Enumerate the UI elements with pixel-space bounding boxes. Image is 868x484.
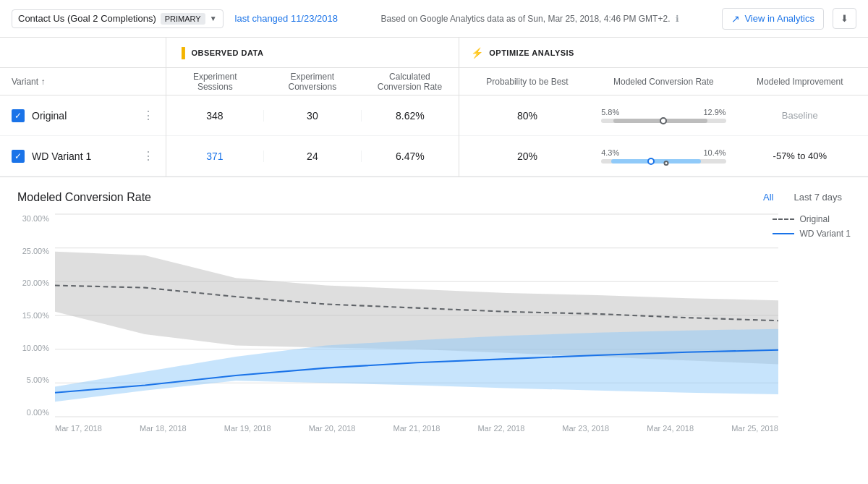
view-analytics-button[interactable]: ↗ View in Analytics xyxy=(722,8,824,30)
table-row: 80% 5.8% 12.9% Baselin xyxy=(459,95,868,136)
prob-best-header: Probability to be Best xyxy=(459,68,595,95)
x-label-7: Mar 24, 2018 xyxy=(647,424,694,433)
chart-plot-area xyxy=(55,214,778,417)
x-label-2: Mar 19, 2018 xyxy=(224,424,271,433)
legend-variant: WD Variant 1 xyxy=(773,229,851,239)
goal-selector[interactable]: Contact Us (Goal 2 Completions) PRIMARY … xyxy=(12,9,224,28)
y-label-25: 25.00% xyxy=(17,247,55,255)
optimize-analysis-column: ⚡ OPTIMIZE ANALYSIS Probability to be Be… xyxy=(459,38,868,177)
range-dot-wd xyxy=(647,158,655,165)
x-label-0: Mar 17, 2018 xyxy=(55,424,102,433)
download-button[interactable]: ⬇ xyxy=(833,8,856,29)
all-time-button[interactable]: All xyxy=(754,189,782,205)
optimize-cells-wd: 20% 4.3% 10.4% xyxy=(459,148,868,164)
optimize-col-headers: Probability to be Best Modeled Conversio… xyxy=(459,68,868,95)
x-label-5: Mar 22, 2018 xyxy=(477,424,524,433)
prob-best-original: 80% xyxy=(459,108,595,123)
bar-chart-icon: ▐ xyxy=(178,47,185,59)
primary-badge: PRIMARY xyxy=(161,13,205,25)
chevron-down-icon: ▼ xyxy=(210,14,217,22)
chart-legend: Original WD Variant 1 xyxy=(773,214,851,239)
y-label-15: 15.00% xyxy=(17,311,55,320)
modeled-improvement-header: Modeled Improvement xyxy=(732,68,868,95)
chart-container: Original WD Variant 1 0.00% 5.00% 10.00%… xyxy=(17,214,851,438)
y-label-30: 30.00% xyxy=(17,214,55,223)
x-label-1: Mar 18, 2018 xyxy=(140,424,187,433)
x-label-8: Mar 25, 2018 xyxy=(731,424,778,433)
sessions-original: 348 xyxy=(166,110,264,122)
header-bar: Contact Us (Goal 2 Completions) PRIMARY … xyxy=(0,0,868,38)
last-changed-text: last changed 11/23/2018 xyxy=(235,13,338,24)
sessions-wd: 371 xyxy=(166,150,264,162)
variant-name-wd: WD Variant 1 xyxy=(32,150,135,162)
y-label-0: 0.00% xyxy=(17,408,55,417)
x-label-3: Mar 20, 2018 xyxy=(309,424,356,433)
observed-data-column: ▐ OBSERVED DATA Experiment Sessions Expe… xyxy=(166,38,459,177)
optimize-cells-original: 80% 5.8% 12.9% Baselin xyxy=(459,108,868,123)
x-axis-labels: Mar 17, 2018 Mar 18, 2018 Mar 19, 2018 M… xyxy=(55,418,778,438)
y-label-5: 5.00% xyxy=(17,375,55,384)
more-options-icon-wd[interactable]: ⋮ xyxy=(142,149,154,163)
checkbox-wd[interactable]: ✓ xyxy=(12,150,25,163)
y-axis-labels: 0.00% 5.00% 10.00% 15.00% 20.00% 25.00% … xyxy=(17,214,55,417)
observed-col-headers: Experiment Sessions Experiment Conversio… xyxy=(166,68,459,95)
chart-header: Modeled Conversion Rate All Last 7 days xyxy=(17,189,851,205)
external-link-icon: ↗ xyxy=(731,13,740,25)
modeled-improvement-wd: -57% to 40% xyxy=(732,148,868,164)
variant-col-header: Variant ↑ xyxy=(0,68,56,95)
time-range-buttons: All Last 7 days xyxy=(754,189,851,205)
exp-conversions-header: Experiment Conversions xyxy=(264,68,362,95)
variant-col-header-row: Variant ↑ xyxy=(0,68,166,95)
prob-best-wd: 20% xyxy=(459,148,595,164)
range-dot-wd-2 xyxy=(663,161,668,166)
range-dot-original xyxy=(660,117,667,124)
y-label-20: 20.00% xyxy=(17,279,55,287)
variant-cell-wd: ✓ WD Variant 1 ⋮ xyxy=(0,149,166,163)
modeled-improvement-original: Baseline xyxy=(732,108,868,123)
conversions-wd: 24 xyxy=(264,150,362,162)
modeled-rate-original: 5.8% 12.9% xyxy=(595,108,731,123)
variants-spacer-header xyxy=(0,38,166,68)
table-row: ✓ Original ⋮ xyxy=(0,95,166,136)
download-icon: ⬇ xyxy=(841,13,848,24)
chart-section: Modeled Conversion Rate All Last 7 days … xyxy=(0,177,868,444)
observed-header: ▐ OBSERVED DATA xyxy=(166,38,459,68)
chart-title: Modeled Conversion Rate xyxy=(17,191,151,204)
x-label-4: Mar 21, 2018 xyxy=(393,424,441,433)
more-options-icon-original[interactable]: ⋮ xyxy=(142,109,154,122)
table-row: 371 24 6.47% xyxy=(166,136,459,177)
table-row: 348 30 8.62% xyxy=(166,95,459,136)
table-row: ✓ WD Variant 1 ⋮ xyxy=(0,136,166,177)
variants-column: Variant ↑ ✓ Original ⋮ ✓ WD Variant 1 ⋮ xyxy=(0,38,166,177)
goal-label: Contact Us (Goal 2 Completions) xyxy=(18,13,156,24)
modeled-rate-header: Modeled Conversion Rate xyxy=(595,68,731,95)
table-row: 20% 4.3% 10.4% xyxy=(459,136,868,177)
rate-range-bar-original xyxy=(601,119,726,123)
analytics-info: Based on Google Analytics data as of Sun… xyxy=(346,14,713,24)
conversions-original: 30 xyxy=(264,110,362,122)
chart-svg xyxy=(55,214,778,417)
data-table-section: Variant ↑ ✓ Original ⋮ ✓ WD Variant 1 ⋮ … xyxy=(0,38,868,177)
legend-original: Original xyxy=(773,214,851,224)
x-label-6: Mar 23, 2018 xyxy=(562,424,609,433)
variant-cell-original: ✓ Original ⋮ xyxy=(0,109,166,122)
info-icon: ℹ xyxy=(676,14,679,24)
observed-cells-wd: 371 24 6.47% xyxy=(166,150,459,162)
variant-name-original: Original xyxy=(32,110,135,122)
rate-range-bar-wd xyxy=(601,159,726,164)
optimize-header: ⚡ OPTIMIZE ANALYSIS xyxy=(459,38,868,68)
optimize-icon: ⚡ xyxy=(471,47,484,59)
calc-rate-wd: 6.47% xyxy=(362,150,459,162)
calc-rate-original: 8.62% xyxy=(362,110,459,122)
range-fill-wd xyxy=(611,159,701,164)
modeled-rate-wd: 4.3% 10.4% xyxy=(595,148,731,164)
last7-button[interactable]: Last 7 days xyxy=(786,189,851,205)
calc-conversion-header: Calculated Conversion Rate xyxy=(361,68,459,95)
checkbox-original[interactable]: ✓ xyxy=(12,109,25,122)
exp-sessions-header: Experiment Sessions xyxy=(166,68,264,95)
observed-cells-original: 348 30 8.62% xyxy=(166,110,459,122)
y-label-10: 10.00% xyxy=(17,344,55,352)
